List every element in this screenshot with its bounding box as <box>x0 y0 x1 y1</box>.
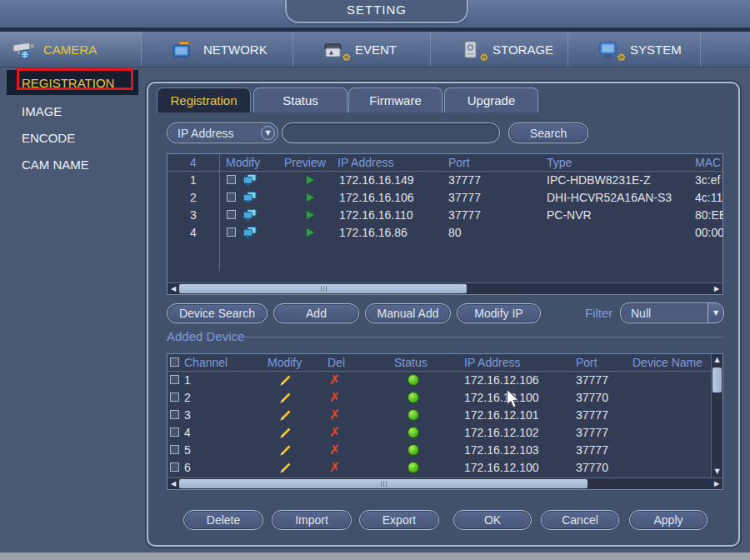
table-row[interactable]: 1 ✗ 172.16.12.106 37777 <box>168 372 722 389</box>
tab-firmware[interactable]: Firmware <box>348 88 442 112</box>
edit-pencil-icon[interactable] <box>279 462 292 478</box>
edit-pencil-icon[interactable] <box>279 409 292 425</box>
delete-x-icon[interactable]: ✗ <box>329 372 340 389</box>
monitor-icon[interactable] <box>243 209 257 224</box>
table-row[interactable]: 2 172.16.16.106 37777 DHI-HCVR52A16AN-S3… <box>168 189 722 207</box>
channel-cell: 3 <box>184 407 191 424</box>
scroll-up-icon[interactable]: ▲ <box>712 354 722 366</box>
table-row[interactable]: 5 ✗ 172.16.12.103 37777 <box>168 442 722 459</box>
delete-x-icon[interactable]: ✗ <box>329 442 340 459</box>
scroll-right-icon[interactable]: ▶ <box>711 283 722 294</box>
table-row[interactable]: 4 172.16.16.86 80 00:00 <box>168 224 722 242</box>
table-row[interactable]: 1 172.16.16.149 37777 IPC-HDBW8231E-Z 3c… <box>168 172 722 189</box>
row-checkbox[interactable] <box>170 392 179 402</box>
col-port: Port <box>448 154 470 172</box>
chevron-down-icon[interactable]: ▼ <box>261 126 275 140</box>
nav-item-system[interactable]: ⚙ SYSTEM <box>568 32 701 67</box>
channel-cell: 2 <box>184 389 191 407</box>
delete-x-icon[interactable]: ✗ <box>329 424 340 442</box>
table-row[interactable]: 3 ✗ 172.16.12.101 37777 <box>168 407 722 424</box>
sidebar-item-image[interactable]: IMAGE <box>0 98 140 123</box>
channel-cell: 1 <box>184 372 191 389</box>
type-cell: DHI-HCVR52A16AN-S3 <box>547 189 695 207</box>
tab-label: Upgrade <box>468 93 516 108</box>
row-checkbox[interactable] <box>170 462 179 472</box>
search-field-value: IP Address <box>168 127 261 140</box>
nav-item-camera[interactable]: CAMERA <box>0 32 142 67</box>
tab-upgrade[interactable]: Upgrade <box>444 88 538 112</box>
horizontal-scrollbar[interactable]: ◀ ▶ <box>168 282 722 294</box>
monitor-icon[interactable] <box>243 192 257 207</box>
vertical-scrollbar[interactable]: ▲ ▼ <box>711 354 722 478</box>
tab-status[interactable]: Status <box>253 88 348 112</box>
monitor-icon[interactable] <box>243 174 257 189</box>
edit-pencil-icon[interactable] <box>279 392 292 408</box>
edit-pencil-icon[interactable] <box>279 427 292 442</box>
nav-item-storage[interactable]: ⚙ STORAGE <box>431 32 568 67</box>
sidebar-item-encode[interactable]: ENCODE <box>0 125 140 150</box>
scroll-left-icon[interactable]: ◀ <box>168 478 179 489</box>
row-checkbox[interactable] <box>227 228 236 237</box>
ok-button[interactable]: OK <box>453 510 532 530</box>
scrollbar-thumb[interactable] <box>179 479 588 488</box>
row-checkbox[interactable] <box>170 375 179 384</box>
filter-dropdown[interactable]: Null ▼ <box>620 302 724 323</box>
horizontal-scrollbar[interactable]: ◀ ▶ <box>168 478 722 489</box>
search-input[interactable] <box>282 122 500 143</box>
modify-ip-button[interactable]: Modify IP <box>457 303 541 323</box>
port-cell: 37777 <box>576 372 608 389</box>
mac-cell: 3c:ef <box>695 172 723 189</box>
apply-button[interactable]: Apply <box>629 510 708 530</box>
button-label: Search <box>530 127 567 140</box>
col-preview: Preview <box>284 154 326 172</box>
scroll-down-icon[interactable]: ▼ <box>712 466 722 478</box>
status-online-icon <box>408 444 419 456</box>
row-checkbox[interactable] <box>227 210 236 219</box>
search-button[interactable]: Search <box>508 122 588 143</box>
table-row[interactable]: 6 ✗ 172.16.12.100 37770 <box>168 459 722 477</box>
table-row[interactable]: 4 ✗ 172.16.12.102 37777 <box>168 424 722 442</box>
row-checkbox[interactable] <box>170 428 179 437</box>
sidebar-item-cam-name[interactable]: CAM NAME <box>0 152 140 177</box>
edit-pencil-icon[interactable] <box>279 444 292 460</box>
delete-x-icon[interactable]: ✗ <box>329 407 340 424</box>
delete-button[interactable]: Delete <box>183 510 263 530</box>
export-button[interactable]: Export <box>359 510 439 530</box>
scrollbar-thumb[interactable] <box>712 368 722 392</box>
nav-item-event[interactable]: ⚙ EVENT <box>293 32 431 67</box>
row-checkbox[interactable] <box>170 410 179 419</box>
cancel-button[interactable]: Cancel <box>541 510 619 530</box>
row-checkbox[interactable] <box>170 445 179 454</box>
col-modify: Modify <box>226 154 260 172</box>
scrollbar-thumb[interactable] <box>179 284 467 293</box>
button-label: Add <box>306 307 327 320</box>
manual-add-button[interactable]: Manual Add <box>365 303 451 323</box>
chevron-down-icon[interactable]: ▼ <box>708 303 723 322</box>
delete-x-icon[interactable]: ✗ <box>329 389 340 407</box>
add-button[interactable]: Add <box>273 303 359 323</box>
row-checkbox[interactable] <box>227 192 236 202</box>
status-online-icon <box>408 427 419 438</box>
nav-item-network[interactable]: NETWORK <box>142 32 293 67</box>
preview-play-icon[interactable] <box>307 176 314 184</box>
row-checkbox[interactable] <box>227 175 236 184</box>
preview-play-icon[interactable] <box>307 228 314 237</box>
search-field-dropdown[interactable]: IP Address ▼ <box>167 122 278 143</box>
scroll-right-icon[interactable]: ▶ <box>711 478 722 489</box>
edit-pencil-icon[interactable] <box>279 374 292 390</box>
status-online-icon <box>408 409 419 421</box>
table-row[interactable]: 3 172.16.16.110 37777 PC-NVR 80:EE <box>168 207 722 224</box>
select-all-checkbox[interactable] <box>170 358 179 367</box>
sidebar-item-registration[interactable]: REGISTRATION <box>7 70 138 95</box>
tab-registration[interactable]: Registration <box>157 88 251 112</box>
table-row[interactable]: 2 ✗ 172.16.12.100 37770 <box>168 389 722 407</box>
delete-x-icon[interactable]: ✗ <box>329 459 340 477</box>
import-button[interactable]: Import <box>272 510 352 530</box>
preview-play-icon[interactable] <box>307 211 314 219</box>
preview-play-icon[interactable] <box>307 193 314 202</box>
col-device-name: Device Name <box>632 354 709 372</box>
monitor-icon[interactable] <box>243 227 257 242</box>
button-label: Manual Add <box>378 307 439 320</box>
scroll-left-icon[interactable]: ◀ <box>168 283 179 294</box>
device-search-button[interactable]: Device Search <box>167 303 268 323</box>
